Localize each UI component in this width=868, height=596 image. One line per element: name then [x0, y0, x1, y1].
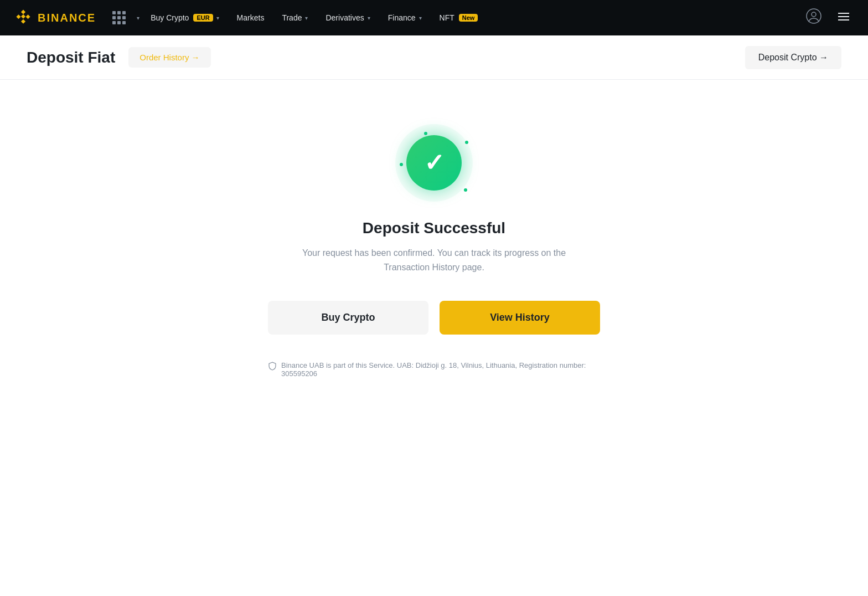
success-title: Deposit Successful	[363, 219, 505, 237]
page-header-left: Deposit Fiat Order History →	[27, 47, 211, 68]
svg-rect-2	[838, 13, 849, 14]
nav-item-derivatives[interactable]: Derivatives ▾	[319, 13, 376, 22]
page-title: Deposit Fiat	[27, 49, 115, 66]
grid-icon	[112, 11, 126, 24]
sparkle-3	[464, 188, 467, 192]
grid-chevron-icon: ▾	[137, 15, 140, 21]
trade-chevron-icon: ▾	[305, 15, 308, 21]
svg-rect-4	[838, 19, 849, 20]
sparkle-1	[424, 132, 427, 135]
deposit-crypto-button[interactable]: Deposit Crypto →	[745, 46, 841, 69]
nav-item-buy-crypto[interactable]: Buy Crypto EUR ▾	[144, 13, 225, 22]
checkmark-icon: ✓	[424, 151, 445, 175]
navbar: BINANCE ▾ Buy Crypto EUR ▾ Markets Trade…	[0, 0, 868, 35]
derivatives-chevron-icon: ▾	[368, 15, 370, 21]
footer-note: Binance UAB is part of this Service. UAB…	[268, 361, 600, 378]
sparkle-2	[465, 141, 468, 144]
page-header: Deposit Fiat Order History → Deposit Cry…	[0, 35, 868, 80]
logo-text: BINANCE	[38, 12, 96, 24]
hamburger-menu-icon[interactable]	[833, 10, 855, 26]
new-badge: New	[459, 14, 478, 22]
nav-item-markets[interactable]: Markets	[230, 13, 271, 22]
svg-rect-3	[838, 16, 849, 17]
eur-badge: EUR	[193, 14, 213, 22]
sparkle-4	[400, 163, 403, 166]
user-profile-icon[interactable]	[799, 8, 828, 27]
buy-crypto-chevron-icon: ▾	[216, 15, 219, 21]
footer-note-text: Binance UAB is part of this Service. UAB…	[281, 361, 600, 378]
buy-crypto-button[interactable]: Buy Crypto	[268, 301, 428, 335]
action-buttons: Buy Crypto View History	[268, 301, 600, 335]
logo[interactable]: BINANCE	[13, 8, 96, 28]
finance-chevron-icon: ▾	[419, 15, 422, 21]
order-history-button[interactable]: Order History →	[128, 47, 210, 68]
grid-menu-button[interactable]	[109, 9, 129, 27]
main-content: ✓ Deposit Successful Your request has be…	[0, 80, 868, 596]
shield-icon	[268, 362, 277, 372]
svg-point-1	[812, 12, 816, 17]
success-icon: ✓	[395, 124, 473, 202]
success-circle: ✓	[406, 135, 462, 191]
nav-item-nft[interactable]: NFT New	[433, 13, 485, 22]
view-history-button[interactable]: View History	[440, 301, 600, 335]
success-description: Your request has been confirmed. You can…	[296, 246, 572, 274]
nav-item-finance[interactable]: Finance ▾	[381, 13, 428, 22]
nav-item-trade[interactable]: Trade ▾	[275, 13, 314, 22]
